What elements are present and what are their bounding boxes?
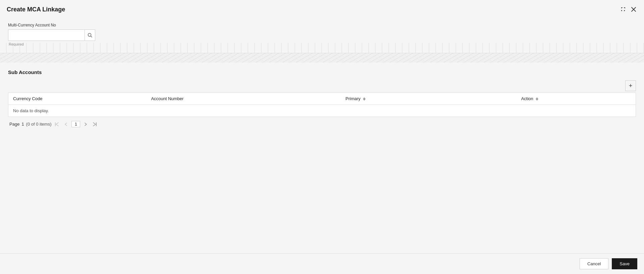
account-search-button[interactable] — [85, 30, 95, 41]
add-btn-container: + — [8, 80, 636, 91]
add-icon: + — [629, 82, 633, 89]
modal-title: Create MCA Linkage — [7, 6, 65, 13]
expand-icon — [621, 7, 626, 12]
no-data-row: No data to display. — [8, 105, 636, 117]
modal-header-actions — [619, 5, 637, 13]
modal-body: Multi-Currency Account No Required Sub A — [0, 17, 644, 253]
table-body: No data to display. — [8, 105, 636, 117]
page-items-info: (0 of 0 items) — [26, 122, 52, 127]
account-input[interactable] — [8, 30, 85, 41]
save-button[interactable]: Save — [612, 258, 637, 269]
primary-sort-icon — [363, 97, 366, 100]
table-container: Currency Code Account Number Primary — [8, 92, 636, 117]
modal-container: Create MCA Linkage Multi-Currency Accoun… — [0, 0, 644, 274]
sub-accounts-section: Sub Accounts + Currency Code — [0, 63, 644, 253]
top-section: Multi-Currency Account No Required — [0, 17, 644, 53]
account-label: Multi-Currency Account No — [8, 23, 636, 27]
section-title: Sub Accounts — [8, 69, 636, 75]
col-header-account: Account Number — [146, 93, 341, 105]
col-header-currency: Currency Code — [8, 93, 146, 105]
wave-divider — [0, 53, 644, 63]
pagination: Page 1 (0 of 0 items) 1 — [8, 117, 636, 131]
cancel-button[interactable]: Cancel — [580, 258, 608, 269]
required-text: Required — [8, 42, 636, 46]
no-data-cell: No data to display. — [8, 105, 636, 117]
add-row-button[interactable]: + — [625, 80, 636, 91]
prev-page-icon — [64, 123, 68, 126]
svg-line-1 — [91, 36, 92, 38]
last-page-icon — [93, 122, 97, 126]
next-page-button[interactable] — [82, 122, 89, 127]
search-icon — [88, 33, 92, 38]
close-button[interactable] — [630, 6, 637, 13]
first-page-button[interactable] — [53, 121, 61, 127]
close-icon — [631, 7, 636, 12]
modal-footer: Cancel Save — [0, 253, 644, 274]
page-label: Page — [9, 122, 19, 127]
modal-overlay: Create MCA Linkage Multi-Currency Accoun… — [0, 0, 644, 274]
col-header-action[interactable]: Action — [517, 93, 636, 105]
next-page-icon — [84, 123, 87, 126]
prev-page-button[interactable] — [63, 122, 69, 127]
sub-accounts-table: Currency Code Account Number Primary — [8, 93, 636, 117]
expand-button[interactable] — [619, 5, 627, 13]
current-page-display: 1 — [71, 121, 80, 127]
modal-header: Create MCA Linkage — [0, 0, 644, 17]
action-sort-icon — [536, 97, 538, 100]
col-header-primary[interactable]: Primary — [341, 93, 517, 105]
last-page-button[interactable] — [91, 121, 98, 127]
table-header: Currency Code Account Number Primary — [8, 93, 636, 105]
page-number: 1 — [21, 122, 24, 127]
first-page-icon — [55, 122, 59, 126]
account-input-wrapper — [8, 29, 95, 41]
